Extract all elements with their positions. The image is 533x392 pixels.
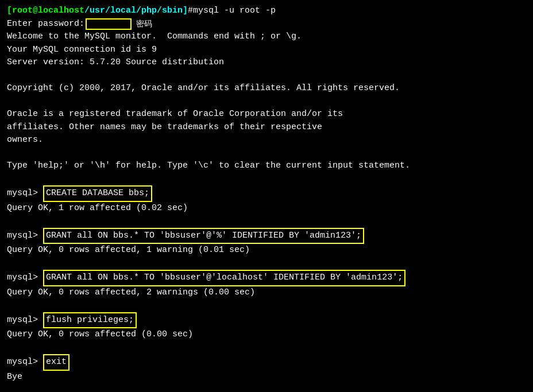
cmd5-text: exit (43, 354, 69, 371)
password-input-box[interactable] (86, 18, 132, 30)
blank4 (7, 173, 526, 186)
mysql-prompt-5: mysql> (7, 356, 38, 369)
copyright-line: Copyright (c) 2000, 2017, Oracle and/or … (7, 82, 526, 95)
hash: # (188, 5, 193, 18)
initial-prompt-line: [root@localhost /usr/local/php/sbin] # m… (7, 5, 526, 18)
oracle-trademark-line1: Oracle is a registered trademark of Orac… (7, 108, 526, 121)
mysql-prompt-1: mysql> (7, 187, 38, 200)
cmd5-output: Bye (7, 371, 526, 384)
cmd3-output: Query OK, 0 rows affected, 2 warnings (0… (7, 286, 526, 300)
connection-id-line: Your MySQL connection id is 9 (7, 44, 526, 57)
welcome-line: Welcome to the MySQL monitor. Commands e… (7, 30, 526, 44)
cmd2-text: GRANT all ON bbs.* TO 'bbsuser'@'%' IDEN… (43, 228, 364, 244)
cmd1-output: Query OK, 1 row affected (0.02 sec) (7, 202, 526, 215)
mysql-prompt-4: mysql> (7, 314, 38, 327)
cmd2-line: mysql> GRANT all ON bbs.* TO 'bbsuser'@'… (7, 228, 526, 244)
blank8 (7, 341, 526, 355)
cmd4-text: flush privileges; (43, 312, 137, 329)
path: /usr/local/php/sbin] (84, 5, 188, 18)
server-version-line: Server version: 5.7.20 Source distributi… (7, 56, 526, 69)
blank5 (7, 215, 526, 228)
chinese-password-label: 密码 (136, 18, 152, 30)
blank1 (7, 69, 526, 83)
oracle-trademark-line3: owners. (7, 134, 526, 147)
blank3 (7, 147, 526, 160)
oracle-trademark-line2: affiliates. Other names may be trademark… (7, 121, 526, 134)
mysql-prompt-3: mysql> (7, 271, 38, 285)
help-line: Type 'help;' or '\h' for help. Type '\c'… (7, 160, 526, 173)
password-line: Enter password: 密码 (7, 18, 526, 31)
cmd3-text: GRANT all ON bbs.* TO 'bbsuser'@'localho… (43, 270, 405, 286)
cmd4-line: mysql> flush privileges; (7, 312, 526, 329)
terminal-window: [root@localhost /usr/local/php/sbin] # m… (5, 2, 528, 386)
blank2 (7, 95, 526, 108)
cmd2-output: Query OK, 0 rows affected, 1 warning (0.… (7, 244, 526, 257)
cmd4-output: Query OK, 0 rows affected (0.00 sec) (7, 328, 526, 341)
mysql-prompt-2: mysql> (7, 230, 38, 243)
cmd3-line: mysql> GRANT all ON bbs.* TO 'bbsuser'@'… (7, 270, 526, 286)
blank6 (7, 257, 526, 270)
initial-command: mysql -u root -p (193, 5, 276, 18)
cmd1-text: CREATE DATABASE bbs; (43, 185, 152, 202)
cmd1-line: mysql> CREATE DATABASE bbs; (7, 185, 526, 202)
user-host: [root@localhost (7, 5, 84, 18)
password-label: Enter password: (7, 18, 84, 31)
cmd5-line: mysql> exit (7, 354, 526, 371)
blank7 (7, 299, 526, 312)
